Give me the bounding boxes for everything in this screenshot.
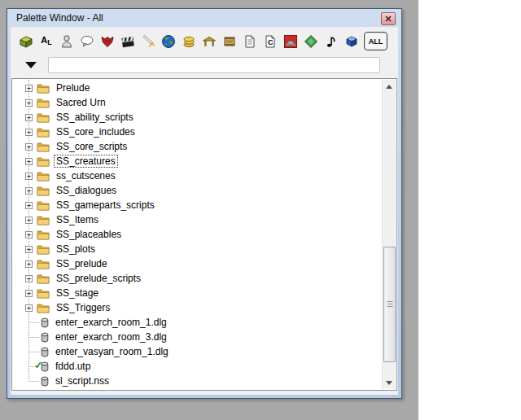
tree-item-label[interactable]: SS_plots — [54, 243, 98, 256]
tree-item[interactable]: + ✓ SS_prelude_scripts — [12, 271, 383, 286]
scrollbar-grip-icon — [387, 301, 392, 308]
expand-button[interactable]: + — [25, 114, 33, 121]
tree-item-label[interactable]: SS_creatures — [54, 155, 118, 168]
clapperboard-icon[interactable] — [120, 33, 136, 50]
tree-item[interactable]: ✓ fddd.utp — [12, 359, 383, 374]
tree-item-label[interactable]: SS_stage — [54, 287, 101, 300]
scrollbar-up-button[interactable] — [383, 80, 396, 93]
tree-item-label[interactable]: sl_script.nss — [53, 374, 112, 387]
tree-item-label[interactable]: SS_prelude_scripts — [54, 272, 143, 285]
tree-item[interactable]: + ✓ SS_creatures — [12, 154, 383, 168]
tree-item-label[interactable]: Sacred Urn — [54, 96, 108, 109]
tree-item-label[interactable]: enter_vasyan_room_1.dlg — [53, 345, 171, 358]
tree-item[interactable]: + ✓ SS_prelude — [12, 256, 383, 271]
tent-icon[interactable] — [201, 33, 217, 50]
sword-icon[interactable] — [140, 33, 156, 50]
tree-item-label[interactable]: Prelude — [54, 81, 92, 94]
expand-button[interactable]: + — [25, 231, 33, 238]
title-bar[interactable]: Palette Window - All — [7, 9, 401, 27]
tree-item-label[interactable]: SS_dialogues — [54, 184, 119, 197]
tree-item[interactable]: + ✓ SS_core_scripts — [12, 139, 383, 154]
expand-button[interactable]: + — [25, 143, 33, 151]
person-icon[interactable] — [59, 33, 75, 50]
tree-item[interactable]: + ✓ SS_core_includes — [12, 125, 383, 139]
resource-icon — [41, 347, 49, 357]
rock-tile-icon[interactable] — [282, 33, 299, 50]
document-icon[interactable] — [242, 33, 258, 50]
tree-item[interactable]: ✓ enter_vasyan_room_1.dlg — [12, 344, 383, 359]
tree-item-label[interactable]: SS_prelude — [54, 257, 110, 270]
tree-item-label[interactable]: fddd.utp — [53, 360, 93, 373]
close-button[interactable] — [381, 12, 396, 25]
blue-cube-icon[interactable] — [344, 33, 360, 50]
folder-icon — [37, 83, 50, 94]
expand-button[interactable]: + — [25, 173, 33, 180]
scrollbar-thumb[interactable] — [383, 247, 396, 362]
box-icon[interactable] — [18, 33, 34, 50]
expand-button[interactable]: + — [25, 85, 33, 92]
tree-item[interactable]: ✓ enter_exarch_room_3.dlg — [12, 330, 383, 344]
tree-item[interactable]: + ✓ SS_stage — [12, 286, 383, 300]
expand-button[interactable]: + — [25, 187, 33, 195]
expand-button[interactable]: + — [25, 158, 33, 165]
tree-item[interactable]: + ✓ SS_ability_scripts — [12, 110, 383, 125]
tree-item-label[interactable]: SS_core_includes — [54, 125, 138, 138]
expand-button[interactable]: + — [25, 246, 33, 253]
expand-button[interactable]: + — [25, 99, 33, 107]
all-filter-button[interactable]: ALL — [364, 32, 387, 50]
scrollbar-down-button[interactable] — [383, 376, 396, 389]
al-text-icon[interactable]: AL — [38, 33, 55, 50]
tree-item-label[interactable]: enter_exarch_room_1.dlg — [53, 316, 169, 329]
music-note-glyph — [323, 33, 339, 50]
tree-item[interactable]: + ✓ SS_Items — [12, 212, 383, 227]
expand-button[interactable]: + — [25, 260, 33, 268]
expand-button[interactable]: + — [25, 275, 33, 282]
tree-item[interactable]: + ✓ SS_plots — [12, 242, 383, 256]
tree-item-label[interactable]: SS_Triggers — [54, 301, 112, 314]
music-note-icon[interactable] — [323, 33, 339, 50]
tree-item[interactable]: + ✓ SS_gameparts_scripts — [12, 198, 383, 212]
dropdown-arrow-icon[interactable] — [25, 62, 37, 68]
expand-button[interactable]: + — [25, 202, 33, 209]
expand-button[interactable]: + — [25, 304, 33, 312]
folder-icon — [37, 127, 50, 138]
tent-icon-glyph — [201, 33, 217, 50]
tree-item-label[interactable]: ss_cutscenes — [54, 169, 118, 182]
vertical-scrollbar[interactable] — [382, 80, 396, 389]
coins-icon[interactable] — [181, 33, 197, 50]
expand-button[interactable]: + — [25, 217, 33, 224]
tree-item-label[interactable]: SS_ability_scripts — [54, 111, 136, 124]
window-title: Palette Window - All — [16, 12, 103, 24]
scroll-icon[interactable] — [221, 33, 238, 50]
folder-icon — [37, 244, 50, 255]
red-creature-icon[interactable] — [99, 33, 116, 50]
tree-item-label[interactable]: SS_placeables — [54, 228, 124, 241]
speech-bubble-icon[interactable] — [79, 33, 95, 50]
tree-item[interactable]: ✓ sl_script.nss — [12, 374, 383, 388]
close-icon — [385, 15, 392, 22]
screen: Palette Window - All AL — [0, 0, 521, 420]
tree-item-label[interactable]: SS_core_scripts — [54, 140, 129, 153]
c-document-icon[interactable]: C — [262, 33, 278, 50]
globe-icon[interactable] — [160, 33, 177, 50]
checkmark-icon: ✓ — [34, 359, 43, 372]
tree-item-label[interactable]: SS_gameparts_scripts — [54, 199, 157, 212]
folder-icon — [37, 259, 50, 269]
tree-item[interactable]: + ✓ Sacred Urn — [12, 95, 383, 110]
tree-item[interactable]: ✓ enter_exarch_room_1.dlg — [12, 315, 383, 330]
palette-search-input[interactable] — [48, 57, 380, 73]
tree-item[interactable]: + ✓ SS_dialogues — [12, 183, 383, 198]
resource-icon — [41, 376, 49, 387]
folder-icon — [37, 200, 50, 211]
tree-item[interactable]: + ✓ SS_Triggers — [12, 300, 383, 315]
tree-item-label[interactable]: SS_Items — [54, 213, 101, 226]
folder-icon — [37, 142, 50, 152]
expand-button[interactable]: + — [25, 129, 33, 136]
sword-icon-glyph — [140, 33, 156, 50]
expand-button[interactable]: + — [25, 290, 33, 297]
green-gem-icon[interactable] — [303, 33, 319, 50]
tree-item[interactable]: + ✓ ss_cutscenes — [12, 168, 383, 183]
tree-item[interactable]: + ✓ Prelude — [12, 81, 383, 95]
tree-item[interactable]: + ✓ SS_placeables — [12, 227, 383, 242]
tree-item-label[interactable]: enter_exarch_room_3.dlg — [53, 330, 169, 343]
